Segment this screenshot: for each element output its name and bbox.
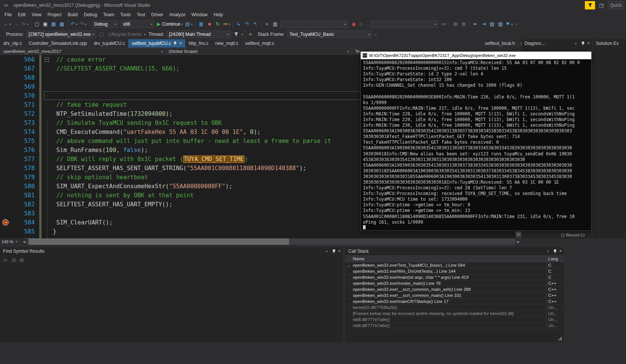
breakpoint-margin[interactable] bbox=[0, 146, 11, 155]
menu-edit[interactable]: Edit bbox=[15, 11, 29, 18]
tab-Controller_SimulatorLink.cpp[interactable]: Controller_SimulatorLink.cpp bbox=[25, 39, 90, 48]
breakpoint-margin[interactable] bbox=[0, 82, 11, 91]
menu-tools[interactable]: Tools bbox=[117, 11, 134, 18]
show-next-statement-icon[interactable]: ⇒▾ bbox=[222, 20, 231, 28]
menu-window[interactable]: Window bbox=[188, 11, 211, 18]
editor-vscroll-down-arrow[interactable]: ▼ bbox=[515, 232, 521, 238]
breakpoint-margin[interactable]: → bbox=[0, 218, 11, 227]
chevron-down-icon[interactable]: ▾ bbox=[241, 33, 243, 36]
collapse-region-icon[interactable]: − bbox=[45, 57, 49, 62]
menu-project[interactable]: Project bbox=[45, 11, 65, 18]
callstack-row[interactable]: [Frames below may be incorrect and/or mi… bbox=[345, 310, 564, 316]
resize-grip[interactable] bbox=[558, 336, 562, 340]
scope-dropdown[interactable]: (Global Scope)▾ bbox=[166, 48, 352, 55]
callstack-row[interactable]: openBeken_win32.exe!Win_DoUnitTests(...)… bbox=[345, 268, 564, 274]
pin-icon[interactable] bbox=[332, 249, 336, 254]
tab-selftest_tuyaMCU.c[interactable]: selftest_tuyaMCU.c× bbox=[128, 39, 185, 48]
breakpoint-margin[interactable] bbox=[0, 73, 11, 82]
bookmark-icon[interactable]: ⚑▾ bbox=[504, 20, 514, 28]
menu-help[interactable]: Help bbox=[211, 11, 226, 18]
close-icon[interactable]: × bbox=[559, 249, 562, 254]
menu-analyze[interactable]: Analyze bbox=[166, 11, 189, 18]
tab-selftest_mqtt.c[interactable]: selftest_mqtt.c bbox=[242, 39, 278, 48]
callstack-row[interactable]: kernel32.dll!7759fa29()Un... bbox=[345, 304, 564, 310]
find-symbol-results-header[interactable]: Find Symbol Results ▾ × bbox=[0, 247, 343, 255]
solution-explorer-header[interactable]: Solution Ex bbox=[593, 39, 626, 48]
feedback-icon[interactable] bbox=[585, 1, 595, 9]
process-dropdown[interactable]: [23672] openBeken_win32.exe▾ bbox=[26, 31, 96, 38]
thread-dropdown[interactable]: [24280] Main Thread▾ bbox=[167, 31, 231, 38]
callstack-row[interactable]: openBeken_win32.exe!mainCRTStartup() Lin… bbox=[345, 298, 564, 304]
console-window[interactable]: C:\ W:\GIT\OpenBK7231T\apps\OpenBK7231T_… bbox=[360, 51, 592, 231]
menu-team[interactable]: Team bbox=[100, 11, 117, 18]
hscroll-left-arrow[interactable]: ◀ bbox=[21, 240, 27, 244]
callstack-row[interactable]: openBeken_win32.exe!__scrt_common_main()… bbox=[345, 292, 564, 298]
column-header-lang[interactable]: Lang bbox=[546, 256, 564, 262]
menu-debug[interactable]: Debug bbox=[81, 11, 100, 18]
expand-all-icon[interactable]: ⊞ bbox=[20, 257, 24, 263]
menu-view[interactable]: View bbox=[29, 11, 45, 18]
restart-icon[interactable]: ↻ bbox=[214, 20, 222, 28]
menu-driver[interactable]: Driver bbox=[148, 11, 166, 18]
breakpoint-margin[interactable] bbox=[0, 118, 11, 127]
hscroll-track[interactable] bbox=[27, 238, 515, 245]
stop-icon[interactable]: ■ bbox=[205, 20, 214, 28]
call-stack-header[interactable]: Call Stack ▾ × bbox=[345, 247, 564, 255]
tab-drv_tuyaMCU.c[interactable]: drv_tuyaMCU.c bbox=[90, 39, 128, 48]
column-header-name[interactable]: Name bbox=[352, 256, 546, 261]
nav-back-icon[interactable]: ←▾ bbox=[2, 20, 12, 28]
comment-icon[interactable]: ▧ bbox=[488, 20, 496, 28]
breakpoint-margin[interactable] bbox=[0, 173, 11, 182]
group-by-icon[interactable]: ⊟ bbox=[12, 257, 16, 263]
pause-icon[interactable] bbox=[197, 20, 205, 28]
pin-icon[interactable] bbox=[174, 41, 177, 46]
window-position-icon[interactable]: ▾ bbox=[575, 42, 577, 45]
window-position-icon[interactable]: ▾ bbox=[326, 250, 328, 253]
save-icon[interactable]: ▦ bbox=[49, 20, 58, 28]
indent-decrease-icon[interactable]: ⇤ bbox=[471, 20, 480, 28]
breakpoint-margin[interactable] bbox=[0, 164, 11, 173]
breakpoint-margin[interactable] bbox=[0, 200, 11, 209]
breakpoint-margin[interactable] bbox=[0, 155, 11, 164]
close-icon[interactable]: × bbox=[179, 41, 182, 46]
chevron-down-icon[interactable]: ▾ bbox=[144, 33, 145, 36]
outline-icon[interactable]: ≣ bbox=[460, 20, 468, 28]
breakpoint-margin[interactable] bbox=[0, 182, 11, 191]
breakpoints-icon[interactable]: ◉ bbox=[349, 20, 358, 28]
diagnostics-icon[interactable]: ▥ bbox=[271, 20, 279, 28]
step-out-icon[interactable]: ↰ bbox=[251, 20, 259, 28]
solution-config-dropdown[interactable]: Debug▾ bbox=[92, 20, 118, 28]
test-run-icon[interactable]: ▷ bbox=[358, 20, 366, 28]
undo-icon[interactable]: ↶▾ bbox=[69, 20, 78, 28]
breakpoint-margin[interactable] bbox=[0, 191, 11, 200]
debug-target-icon[interactable]: ▤▾ bbox=[184, 20, 194, 28]
breakpoint-margin[interactable] bbox=[0, 100, 11, 109]
stack-frame-dropdown[interactable]: Test_TuyaMCU_Basic▾ bbox=[287, 31, 372, 38]
tab-selftest_local.h[interactable]: selftest_local.h bbox=[481, 39, 518, 48]
breakpoint-margin[interactable] bbox=[0, 55, 11, 64]
breakpoint-margin[interactable] bbox=[0, 64, 11, 73]
breakpoint-margin[interactable] bbox=[0, 209, 11, 218]
tab-drv_ntp.c[interactable]: drv_ntp.c bbox=[0, 39, 25, 48]
hscroll-thumb[interactable] bbox=[29, 238, 289, 245]
indent-increase-icon[interactable]: ⇥ bbox=[480, 20, 488, 28]
window-position-icon[interactable]: ▾ bbox=[547, 250, 549, 253]
callstack-row[interactable]: openBeken_win32.exe!__scrt_common_main_s… bbox=[345, 286, 564, 292]
filter-threads-icon[interactable] bbox=[232, 30, 240, 38]
navigate-symbols-icon[interactable]: ⊞ bbox=[451, 20, 460, 28]
record-button-sliver[interactable]: Record Cr bbox=[561, 233, 585, 237]
continue-button[interactable]: ▶Continue▾ bbox=[156, 20, 184, 28]
callstack-row[interactable]: openBeken_win32.exe!main(int argc, char … bbox=[345, 274, 564, 280]
open-file-icon[interactable]: ▣ bbox=[41, 20, 49, 28]
save-all-icon[interactable]: ▩ bbox=[58, 20, 66, 28]
clear-results-icon[interactable]: ≔ bbox=[3, 257, 8, 263]
tab-http_fns.c[interactable]: http_fns.c bbox=[185, 39, 212, 48]
lifecycle-events-icon[interactable]: ▢ bbox=[97, 30, 106, 38]
fold-margin[interactable]: − bbox=[42, 55, 53, 64]
console-title-bar[interactable]: C:\ W:\GIT\OpenBK7231T\apps\OpenBK7231T_… bbox=[361, 52, 591, 59]
platform-dropdown[interactable]: x86▾ bbox=[121, 20, 155, 28]
new-project-icon[interactable]: ▢ bbox=[33, 20, 41, 28]
callstack-row[interactable]: openBeken_win32.exe!invoke_main() Line 7… bbox=[345, 280, 564, 286]
diagnostics-pane-header[interactable]: Diagnos... ▾ × bbox=[521, 39, 592, 48]
zoom-dropdown[interactable]: 149 %▾ bbox=[0, 238, 21, 245]
